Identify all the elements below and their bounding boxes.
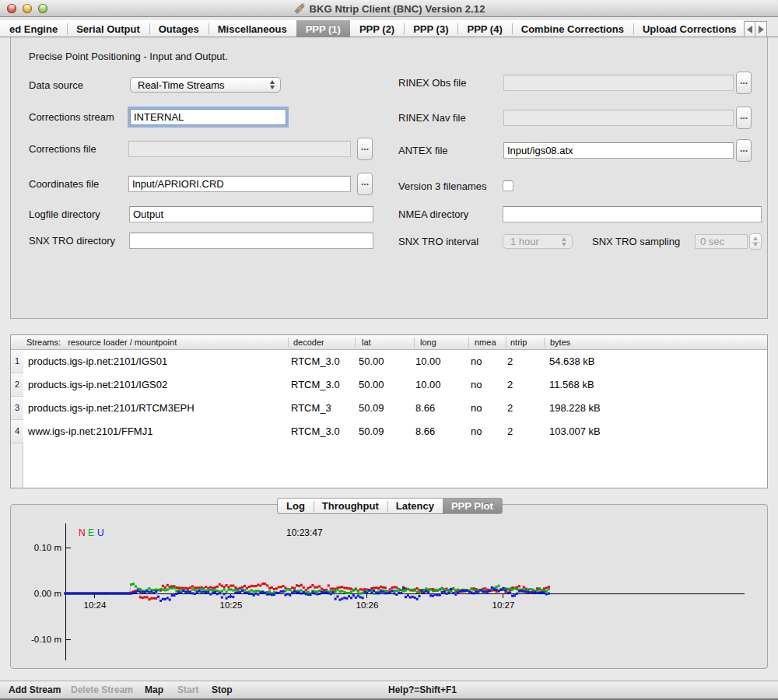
cell-long: 8.66: [415, 397, 435, 420]
rinex-nav-file-input: [503, 110, 734, 126]
tab-latency[interactable]: Latency: [387, 498, 443, 514]
table-row[interactable]: products.igs-ip.net:2101/RTCM3EPHRTCM_35…: [24, 397, 766, 420]
cell-bytes: 54.638 kB: [549, 350, 595, 373]
tab-ppp-plot[interactable]: PPP Plot: [443, 498, 503, 514]
antex-file-browse-button[interactable]: ...: [736, 139, 752, 162]
snx-tro-interval-combobox: 1 hour: [503, 234, 573, 249]
cell-ntrip: 2: [507, 373, 513, 397]
logfile-directory-input[interactable]: [129, 206, 373, 222]
svg-text:N: N: [79, 527, 86, 538]
cell-nmea: no: [471, 373, 482, 397]
corrections-file-browse-button[interactable]: ...: [357, 138, 373, 160]
coordinates-file-input[interactable]: [128, 176, 351, 192]
data-source-combobox[interactable]: Real-Time Streams: [130, 77, 281, 93]
snx-tro-directory-label: SNX TRO directory: [29, 233, 115, 249]
column-header[interactable]: nmea: [475, 335, 496, 350]
snx-tro-sampling-label: SNX TRO sampling: [592, 233, 680, 250]
rinex-obs-file-browse-button[interactable]: ...: [736, 72, 752, 94]
cell-long: 10.00: [415, 350, 441, 373]
left-arrow-icon: [747, 26, 752, 33]
column-header[interactable]: ntrip: [510, 335, 527, 350]
statusbar-map-action[interactable]: Map: [145, 681, 163, 698]
bnc-window: BKG Ntrip Client (BNC) Version 2.12 ed E…: [0, 0, 778, 700]
combobox-arrows-icon: [562, 237, 566, 247]
cell-lat: 50.00: [359, 373, 384, 397]
streams-table: Streams: resource loader / mountpointdec…: [10, 334, 768, 488]
tab-serial-output[interactable]: Serial Output: [67, 20, 149, 37]
data-source-value: Real-Time Streams: [138, 79, 224, 91]
data-source-label: Data source: [29, 77, 83, 93]
tab-log[interactable]: Log: [277, 498, 314, 514]
table-header[interactable]: Streams: resource loader / mountpointdec…: [11, 335, 767, 350]
column-header[interactable]: decoder: [293, 335, 324, 350]
svg-text:10:26: 10:26: [356, 600, 379, 610]
row-number[interactable]: 4: [11, 420, 23, 443]
tab-miscellaneous[interactable]: Miscellaneous: [209, 20, 296, 37]
table-row[interactable]: products.igs-ip.net:2101/IGS02RTCM_3.050…: [24, 373, 766, 397]
svg-text:10:24: 10:24: [84, 600, 107, 610]
row-number[interactable]: 2: [11, 373, 23, 397]
cell-decoder: RTCM_3.0: [291, 350, 340, 373]
table-row[interactable]: products.igs-ip.net:2101/IGS01RTCM_3.050…: [24, 350, 766, 373]
nmea-directory-input[interactable]: [503, 206, 762, 222]
antex-file-label: ANTEX file: [398, 142, 448, 159]
tab-scroll-left-button[interactable]: [744, 21, 755, 37]
tab-outages[interactable]: Outages: [149, 20, 209, 37]
tab-ppp-4-[interactable]: PPP (4): [457, 20, 511, 37]
version3-filenames-label: Version 3 filenames: [398, 178, 486, 194]
cell-bytes: 198.228 kB: [549, 397, 601, 420]
cell-long: 10.00: [415, 373, 441, 397]
ppp-plot-panel: 0.10 m0.00 m-0.10 m10:2410:2510:2610:27N…: [10, 504, 768, 669]
cell-long: 8.66: [415, 420, 435, 443]
rinex-nav-file-label: RINEX Nav file: [398, 110, 466, 126]
column-header[interactable]: Streams: resource loader / mountpoint: [26, 335, 177, 350]
rinex-obs-file-label: RINEX Obs file: [398, 75, 466, 91]
corrections-stream-label: Corrections stream: [29, 109, 114, 125]
tab-upload-corrections[interactable]: Upload Corrections: [633, 20, 746, 37]
tab-ed-engine[interactable]: ed Engine: [0, 20, 67, 37]
table-row[interactable]: www.igs-ip.net:2101/FFMJ1RTCM_3.050.098.…: [24, 420, 766, 443]
cell-decoder: RTCM_3.0: [291, 373, 340, 397]
row-number[interactable]: 3: [11, 397, 23, 420]
cell-ntrip: 2: [507, 350, 513, 373]
coordinates-file-browse-button[interactable]: ...: [357, 173, 373, 195]
statusbar-stop-action[interactable]: Stop: [212, 681, 233, 698]
window-title: BKG Ntrip Client (BNC) Version 2.12: [310, 3, 485, 15]
title-bar[interactable]: BKG Ntrip Client (BNC) Version 2.12: [0, 0, 778, 17]
svg-text:E: E: [88, 527, 94, 538]
row-number[interactable]: 1: [11, 350, 23, 373]
column-header[interactable]: bytes: [550, 335, 570, 350]
column-header[interactable]: long: [420, 335, 436, 350]
cell-mountpoint: www.igs-ip.net:2101/FFMJ1: [28, 420, 152, 443]
rinex-obs-file-input: [503, 75, 734, 91]
cell-bytes: 11.568 kB: [549, 373, 594, 397]
antex-file-input[interactable]: [503, 142, 734, 159]
snx-tro-directory-input[interactable]: [129, 233, 373, 249]
corrections-stream-input[interactable]: [130, 109, 286, 125]
tab-ppp-1-[interactable]: PPP (1): [296, 20, 350, 37]
right-arrow-icon: [759, 26, 764, 33]
tab-ppp-2-[interactable]: PPP (2): [350, 20, 404, 37]
logfile-directory-label: Logfile directory: [29, 206, 100, 222]
cell-ntrip: 2: [507, 397, 513, 420]
cell-bytes: 103.007 kB: [549, 420, 601, 443]
version3-filenames-checkbox[interactable]: [503, 180, 513, 191]
snx-tro-interval-label: SNX TRO interval: [398, 233, 478, 250]
statusbar-delete-stream-action: Delete Stream: [71, 681, 133, 698]
cell-mountpoint: products.igs-ip.net:2101/RTCM3EPH: [28, 397, 194, 420]
cell-lat: 50.09: [359, 420, 384, 443]
ppp-plot-chart: 0.10 m0.00 m-0.10 m10:2410:2510:2610:27N…: [11, 505, 767, 668]
rinex-nav-file-browse-button[interactable]: ...: [736, 107, 752, 129]
cell-nmea: no: [471, 397, 482, 420]
cell-mountpoint: products.igs-ip.net:2101/IGS02: [28, 373, 167, 397]
snx-tro-sampling-value: 0 sec: [695, 234, 748, 249]
tab-ppp-3-[interactable]: PPP (3): [404, 20, 457, 37]
tab-scroll-right-button[interactable]: [755, 21, 767, 37]
svg-text:U: U: [97, 527, 104, 538]
column-header[interactable]: lat: [362, 335, 371, 350]
tab-combine-corrections[interactable]: Combine Corrections: [512, 20, 633, 37]
svg-text:0.00 m: 0.00 m: [34, 589, 61, 598]
statusbar-add-stream-action[interactable]: Add Stream: [9, 681, 61, 698]
tab-throughput[interactable]: Throughput: [314, 498, 387, 514]
corrections-file-label: Corrections file: [29, 141, 96, 157]
